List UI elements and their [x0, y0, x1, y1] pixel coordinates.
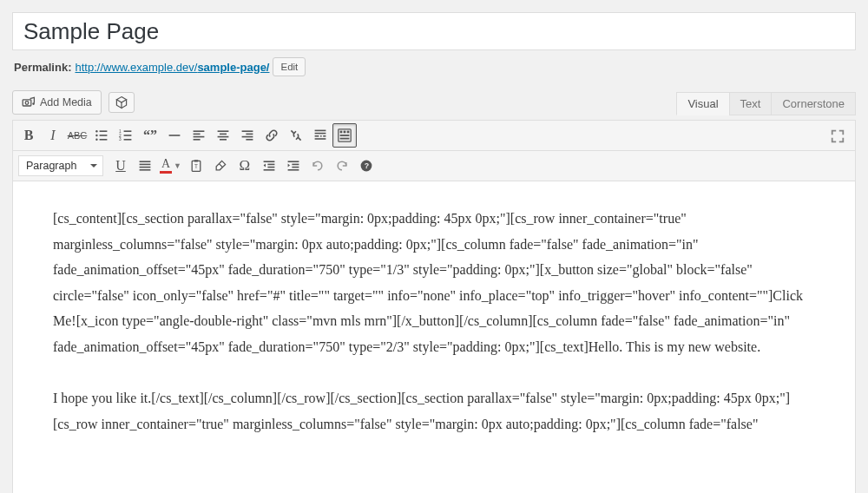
permalink-label: Permalink:	[14, 61, 71, 74]
blockquote-button[interactable]: “”	[138, 123, 162, 148]
post-title-input[interactable]	[12, 12, 856, 50]
bulleted-list-button[interactable]	[89, 123, 114, 148]
paste-text-button[interactable]: T	[184, 154, 208, 178]
permalink-row: Permalink: http://www.example.dev/sample…	[14, 57, 854, 76]
svg-rect-14	[124, 139, 132, 141]
permalink-link[interactable]: http://www.example.dev/sample-page/	[75, 61, 269, 74]
svg-rect-17	[194, 134, 201, 135]
svg-rect-44	[140, 167, 151, 168]
svg-text:T: T	[194, 163, 198, 169]
remove-link-button[interactable]	[284, 123, 308, 148]
format-select[interactable]: Paragraph	[18, 155, 103, 176]
svg-text:?: ?	[365, 161, 369, 170]
tab-text[interactable]: Text	[729, 92, 773, 115]
tab-visual[interactable]: Visual	[676, 92, 729, 115]
link-icon	[265, 128, 279, 142]
align-right-button[interactable]	[235, 123, 260, 148]
svg-rect-21	[220, 134, 227, 135]
svg-point-2	[32, 102, 35, 105]
indent-button[interactable]	[281, 154, 306, 178]
italic-button[interactable]: I	[41, 123, 65, 148]
clear-formatting-button[interactable]	[208, 154, 233, 178]
distraction-free-button[interactable]	[825, 124, 850, 148]
list-ol-icon: 123	[119, 128, 133, 142]
outdent-button[interactable]	[257, 154, 281, 178]
cube-icon	[115, 95, 128, 109]
svg-rect-26	[242, 136, 253, 138]
editor-tabs: Visual Text Cornerstone	[677, 92, 856, 115]
svg-rect-20	[218, 130, 229, 132]
svg-text:3: 3	[119, 137, 122, 141]
minus-icon	[168, 128, 181, 142]
permalink-edit-button[interactable]: Edit	[273, 57, 306, 76]
add-media-button[interactable]: Add Media	[12, 90, 102, 115]
undo-icon	[311, 159, 325, 173]
editor-container: B I ABC 123 “”	[12, 120, 856, 493]
svg-rect-40	[340, 135, 350, 136]
undo-button[interactable]	[306, 154, 330, 178]
svg-rect-4	[100, 130, 108, 132]
eraser-icon	[214, 159, 227, 173]
tab-cornerstone[interactable]: Cornerstone	[771, 92, 856, 115]
align-center-icon	[216, 128, 230, 142]
svg-point-5	[95, 135, 97, 136]
toolbar-row-2: Paragraph U A ▼ T Ω ?	[13, 151, 855, 181]
svg-rect-34	[323, 135, 326, 137]
horizontal-rule-button[interactable]	[162, 123, 187, 148]
svg-rect-33	[320, 135, 322, 137]
svg-line-29	[298, 137, 300, 140]
insert-more-button[interactable]	[308, 123, 332, 148]
read-more-icon	[313, 128, 327, 142]
numbered-list-button[interactable]: 123	[114, 123, 138, 148]
svg-rect-45	[140, 169, 151, 171]
svg-rect-8	[100, 139, 108, 141]
svg-rect-42	[140, 161, 151, 162]
permalink-slug: sample-page/	[197, 61, 269, 74]
svg-rect-18	[194, 136, 205, 138]
insert-link-button[interactable]	[260, 123, 284, 148]
align-right-icon	[240, 128, 254, 142]
keyboard-help-button[interactable]: ?	[354, 154, 378, 178]
align-left-button[interactable]	[187, 123, 211, 148]
strikethrough-button[interactable]: ABC	[65, 123, 89, 148]
editor-top-row: Add Media Visual Text Cornerstone	[12, 90, 856, 115]
toolbar-toggle-button[interactable]	[332, 123, 357, 148]
svg-rect-27	[246, 139, 253, 141]
redo-icon	[335, 159, 349, 173]
add-media-label: Add Media	[40, 94, 92, 111]
svg-rect-6	[100, 135, 108, 136]
svg-rect-38	[344, 131, 346, 134]
svg-point-3	[95, 130, 97, 132]
svg-rect-30	[315, 130, 326, 132]
svg-rect-35	[315, 138, 326, 140]
special-character-button[interactable]: Ω	[233, 154, 257, 178]
svg-rect-0	[23, 100, 31, 106]
fullscreen-icon	[830, 128, 845, 144]
svg-rect-39	[347, 131, 350, 134]
underline-button[interactable]: U	[108, 154, 133, 178]
camera-music-icon	[22, 95, 36, 109]
text-color-button[interactable]: A ▼	[157, 154, 184, 178]
redo-button[interactable]	[330, 154, 354, 178]
insert-shortcode-button[interactable]	[108, 92, 135, 113]
svg-rect-50	[267, 164, 274, 166]
chevron-down-icon: ▼	[172, 161, 181, 170]
outdent-icon	[262, 159, 276, 173]
svg-rect-16	[194, 130, 205, 132]
svg-rect-37	[340, 131, 343, 134]
svg-rect-47	[194, 160, 199, 161]
svg-rect-56	[288, 169, 299, 171]
align-justify-icon	[138, 159, 152, 173]
editor-content[interactable]: [cs_content][cs_section parallax="false"…	[13, 181, 855, 493]
svg-rect-49	[264, 161, 275, 162]
toolbar-row-1: B I ABC 123 “”	[13, 121, 855, 151]
align-center-button[interactable]	[211, 123, 235, 148]
text-color-icon: A	[160, 158, 172, 174]
svg-rect-51	[267, 167, 274, 168]
svg-rect-12	[124, 135, 132, 136]
bold-button[interactable]: B	[16, 123, 41, 148]
align-justify-button[interactable]	[133, 154, 157, 178]
help-icon: ?	[359, 159, 373, 173]
svg-rect-19	[194, 139, 201, 141]
permalink-base: http://www.example.dev/	[75, 61, 197, 74]
